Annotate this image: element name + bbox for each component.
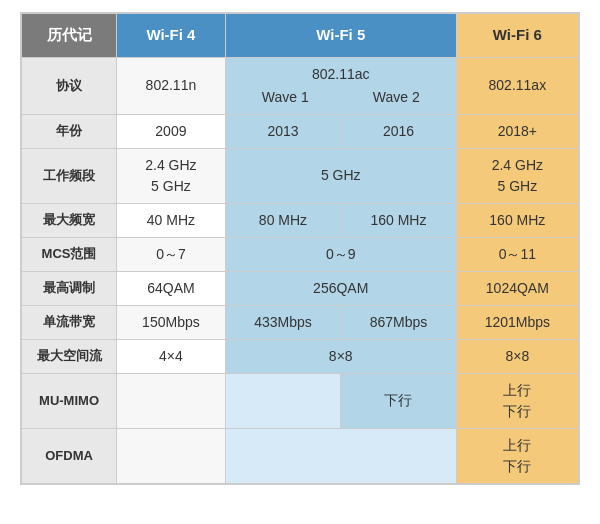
label-ofdma: OFDMA — [22, 428, 117, 483]
wifi6-protocol: 802.11ax — [456, 57, 578, 114]
wifi6-frequency: 2.4 GHz5 GHz — [456, 148, 578, 203]
row-mumimo: MU-MIMO 下行 上行下行 — [22, 373, 579, 428]
wifi5-w2-mumimo: 下行 — [341, 373, 456, 428]
wifi6-ofdma: 上行下行 — [456, 428, 578, 483]
wifi4-mcs: 0～7 — [117, 237, 226, 271]
wifi5-w1-stream-bw: 433Mbps — [225, 305, 340, 339]
wifi4-protocol: 802.11n — [117, 57, 226, 114]
row-frequency: 工作频段 2.4 GHz5 GHz 5 GHz 2.4 GHz5 GHz — [22, 148, 579, 203]
wifi4-bandwidth: 40 MHz — [117, 203, 226, 237]
row-year: 年份 2009 2013 2016 2018+ — [22, 114, 579, 148]
wifi5-w2-year: 2016 — [341, 114, 456, 148]
wifi5-w1-bandwidth: 80 MHz — [225, 203, 340, 237]
wifi4-modulation: 64QAM — [117, 271, 226, 305]
wifi5-w2-bandwidth: 160 MHz — [341, 203, 456, 237]
th-history: 历代记 — [22, 14, 117, 58]
th-wifi4: Wi-Fi 4 — [117, 14, 226, 58]
label-year: 年份 — [22, 114, 117, 148]
wifi4-year: 2009 — [117, 114, 226, 148]
label-modulation: 最高调制 — [22, 271, 117, 305]
wifi5-spatial: 8×8 — [225, 339, 456, 373]
wifi5-w1-mumimo — [225, 373, 340, 428]
wifi5-wave2-label: Wave 2 — [373, 87, 420, 108]
row-protocol: 协议 802.11n 802.11ac Wave 1 Wave 2 802.11… — [22, 57, 579, 114]
label-protocol: 协议 — [22, 57, 117, 114]
th-wifi6: Wi-Fi 6 — [456, 14, 578, 58]
header-row: 历代记 Wi-Fi 4 Wi-Fi 5 Wi-Fi 6 — [22, 14, 579, 58]
wifi4-spatial: 4×4 — [117, 339, 226, 373]
wifi6-mcs: 0～11 — [456, 237, 578, 271]
wifi6-stream-bw: 1201Mbps — [456, 305, 578, 339]
wifi5-frequency: 5 GHz — [225, 148, 456, 203]
wifi4-mumimo — [117, 373, 226, 428]
wifi5-w2-stream-bw: 867Mbps — [341, 305, 456, 339]
wifi6-modulation: 1024QAM — [456, 271, 578, 305]
wifi5-w1-year: 2013 — [225, 114, 340, 148]
wifi6-spatial: 8×8 — [456, 339, 578, 373]
label-mcs: MCS范围 — [22, 237, 117, 271]
label-bandwidth: 最大频宽 — [22, 203, 117, 237]
wifi6-bandwidth: 160 MHz — [456, 203, 578, 237]
wifi5-wave1-label: Wave 1 — [262, 87, 309, 108]
wifi6-year: 2018+ — [456, 114, 578, 148]
row-stream-bw: 单流带宽 150Mbps 433Mbps 867Mbps 1201Mbps — [22, 305, 579, 339]
wifi5-ofdma — [225, 428, 456, 483]
label-spatial: 最大空间流 — [22, 339, 117, 373]
wifi4-ofdma — [117, 428, 226, 483]
row-spatial: 最大空间流 4×4 8×8 8×8 — [22, 339, 579, 373]
label-stream-bw: 单流带宽 — [22, 305, 117, 339]
wifi4-frequency: 2.4 GHz5 GHz — [117, 148, 226, 203]
th-wifi5: Wi-Fi 5 — [225, 14, 456, 58]
label-frequency: 工作频段 — [22, 148, 117, 203]
wifi4-stream-bw: 150Mbps — [117, 305, 226, 339]
row-bandwidth: 最大频宽 40 MHz 80 MHz 160 MHz 160 MHz — [22, 203, 579, 237]
row-modulation: 最高调制 64QAM 256QAM 1024QAM — [22, 271, 579, 305]
wifi5-mcs: 0～9 — [225, 237, 456, 271]
label-mumimo: MU-MIMO — [22, 373, 117, 428]
row-mcs: MCS范围 0～7 0～9 0～11 — [22, 237, 579, 271]
wifi5-protocol-label: 802.11ac — [230, 64, 452, 85]
wifi6-mumimo: 上行下行 — [456, 373, 578, 428]
wifi5-modulation: 256QAM — [225, 271, 456, 305]
wifi5-protocol-block: 802.11ac Wave 1 Wave 2 — [225, 57, 456, 114]
row-ofdma: OFDMA 上行下行 — [22, 428, 579, 483]
